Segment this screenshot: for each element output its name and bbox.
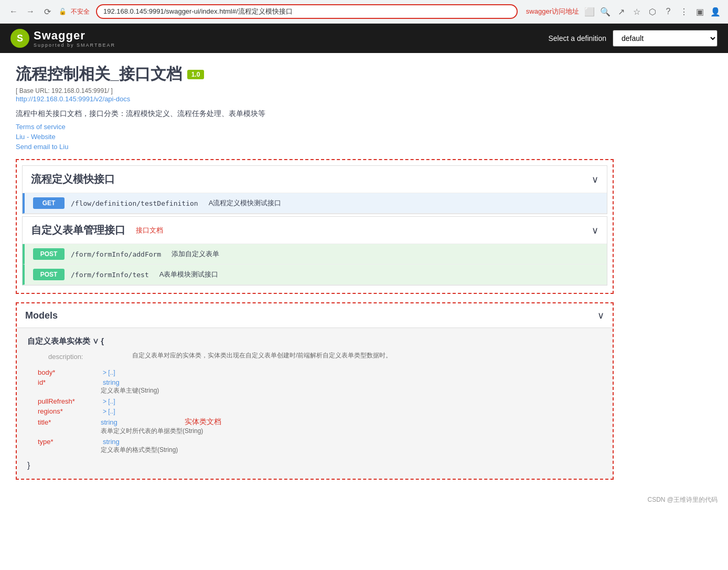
section1-chevron: ∨ — [592, 174, 598, 185]
api-description: 流程中相关接口文档，接口分类：流程模快定义、流程任务处理、表单模块等 — [16, 109, 614, 119]
field-id-main: id* string — [38, 378, 602, 386]
section2-title: 自定义表单管理接口 — [31, 223, 125, 237]
section2-chevron: ∨ — [592, 225, 598, 236]
models-title: Models — [25, 310, 58, 321]
not-secure-label: 🔓 — [59, 8, 67, 15]
profile-icon[interactable]: 👤 — [709, 5, 722, 18]
section1-header[interactable]: 流程定义模快接口 ∨ — [23, 166, 607, 193]
website-link[interactable]: Liu - Website — [16, 133, 614, 141]
entity-annotation: 实体类文档 — [185, 417, 221, 427]
definition-selector: Select a definition default — [548, 30, 718, 47]
field-type-main: type* string — [38, 438, 602, 446]
field-body: body* > [..] — [38, 368, 602, 376]
search-icon[interactable]: 🔍 — [599, 5, 612, 18]
field-regions-main: regions* > [..] — [38, 407, 602, 415]
swagger-logo-icon: S — [10, 29, 29, 48]
field-type-desc: 定义表单的格式类型(String) — [101, 446, 602, 455]
field-title-type: string — [101, 418, 143, 426]
swagger-logo: S Swagger Supported by SMARTBEAR — [10, 29, 115, 48]
email-link[interactable]: Send email to Liu — [16, 143, 614, 151]
bookmark-icon[interactable]: ☆ — [630, 5, 643, 18]
swagger-logo-text: Swagger Supported by SMARTBEAR — [34, 29, 115, 48]
field-body-name: body* — [38, 368, 101, 376]
field-regions-name: regions* — [38, 407, 101, 415]
settings-icon[interactable]: ⋮ — [678, 5, 690, 18]
entity-name-row: 自定义表单实体类 ∨ { — [27, 336, 602, 350]
browser-chrome: ← → ⟳ 🔓 不安全 swagger访问地址 ⬜ 🔍 ↗ ☆ ⬡ ? ⋮ ▣ … — [0, 0, 728, 24]
field-title-desc: 表单定义时所代表的单据类型(String) — [101, 427, 602, 436]
browser-icons: ⬜ 🔍 ↗ ☆ ⬡ ? ⋮ ▣ 👤 — [583, 5, 722, 18]
api-sections-wrapper: 流程定义模快接口 ∨ GET /flow/definition/testDefi… — [16, 159, 614, 294]
field-type-name: type* — [38, 438, 101, 446]
endpoint-path-1: /flow/definition/testDefinition — [71, 199, 198, 207]
model-entity: 自定义表单实体类 ∨ { description: 自定义表单对应的实体类，实体… — [27, 336, 602, 470]
share-icon[interactable]: ↗ — [615, 5, 627, 18]
models-body: 自定义表单实体类 ∨ { description: 自定义表单对应的实体类，实体… — [17, 328, 613, 479]
field-title: title* string 实体类文档 表单定义时所代表的单据类型(String… — [38, 417, 602, 436]
swagger-label: swagger访问地址 — [526, 7, 579, 16]
base-url: [ Base URL: 192.168.0.145:9991/ ] — [16, 87, 614, 94]
field-body-main: body* > [..] — [38, 368, 602, 376]
field-body-expand[interactable]: > [..] — [103, 369, 145, 376]
field-id: id* string 定义表单主键(String) — [38, 378, 602, 395]
section1-title: 流程定义模快接口 — [31, 172, 115, 186]
models-wrapper: Models ∨ 自定义表单实体类 ∨ { description: 自定义表单… — [16, 302, 614, 480]
field-pullrefresh-name: pullRefresh* — [38, 397, 101, 405]
models-section: Models ∨ 自定义表单实体类 ∨ { description: 自定义表单… — [17, 303, 613, 479]
swagger-logo-sub: Supported by SMARTBEAR — [34, 43, 115, 48]
field-regions-expand[interactable]: > [..] — [103, 408, 145, 415]
screenshot-icon[interactable]: ⬜ — [583, 5, 596, 18]
api-title-text: 流程控制相关_接口文档 — [16, 64, 182, 85]
model-close-bracket: } — [27, 461, 602, 470]
desc-text: 自定义表单对应的实体类，实体类出现在自定义表单创建时/前端解析自定义表单类型数据… — [132, 351, 394, 360]
field-id-desc: 定义表单主键(String) — [101, 386, 602, 395]
post-badge-2: POST — [33, 269, 65, 280]
field-title-name: title* — [38, 418, 101, 426]
api-title-block: 流程控制相关_接口文档 1.0 — [16, 64, 614, 85]
nav-buttons: ← → ⟳ — [6, 4, 55, 19]
field-pullrefresh: pullRefresh* > [..] — [38, 397, 602, 405]
endpoint-desc-2: 添加自定义表单 — [172, 249, 219, 259]
endpoint-path-3: /form/formInfo/test — [71, 271, 149, 279]
post-badge-1: POST — [33, 248, 65, 260]
field-type-type: string — [103, 438, 145, 446]
section2-annotation: 接口文档 — [136, 226, 163, 235]
not-secure-text: 不安全 — [71, 7, 90, 16]
main-content: 流程控制相关_接口文档 1.0 [ Base URL: 192.168.0.14… — [0, 53, 629, 490]
entity-name: 自定义表单实体类 ∨ { — [27, 336, 104, 346]
definition-label: Select a definition — [548, 34, 606, 43]
field-title-main: title* string 实体类文档 — [38, 417, 602, 427]
field-pullrefresh-expand[interactable]: > [..] — [103, 398, 145, 405]
endpoint-row-post-2[interactable]: POST /form/formInfo/test A表单模块测试接口 — [23, 265, 607, 285]
model-fields: body* > [..] id* string 定义表单主键(String) — [38, 368, 602, 455]
window-icon[interactable]: ▣ — [693, 5, 706, 18]
section2-header[interactable]: 自定义表单管理接口 接口文档 ∨ — [23, 217, 607, 244]
api-docs-link[interactable]: http://192.168.0.145:9991/v2/api-docs — [16, 95, 130, 103]
field-id-type: string — [103, 378, 145, 386]
desc-label: description: — [48, 353, 83, 361]
address-bar[interactable] — [96, 4, 518, 19]
definition-select[interactable]: default — [613, 30, 718, 47]
field-type: type* string 定义表单的格式类型(String) — [38, 438, 602, 455]
terms-link[interactable]: Terms of service — [16, 123, 614, 131]
endpoint-desc-3: A表单模块测试接口 — [159, 270, 219, 279]
watermark: CSDN @王维诗里的代码 — [0, 490, 728, 510]
api-section-1: 流程定义模快接口 ∨ GET /flow/definition/testDefi… — [22, 165, 607, 214]
endpoint-row-get[interactable]: GET /flow/definition/testDefinition A流程定… — [23, 193, 607, 214]
api-info: 流程控制相关_接口文档 1.0 [ Base URL: 192.168.0.14… — [16, 64, 614, 151]
version-badge: 1.0 — [187, 70, 205, 79]
back-button[interactable]: ← — [6, 4, 21, 19]
endpoint-row-post-1[interactable]: POST /form/formInfo/addForm 添加自定义表单 — [23, 244, 607, 265]
extension-icon[interactable]: ⬡ — [646, 5, 659, 18]
field-pullrefresh-main: pullRefresh* > [..] — [38, 397, 602, 405]
field-regions: regions* > [..] — [38, 407, 602, 415]
models-chevron: ∨ — [597, 310, 604, 321]
refresh-button[interactable]: ⟳ — [40, 4, 55, 19]
models-header[interactable]: Models ∨ — [17, 303, 613, 328]
field-id-name: id* — [38, 378, 101, 386]
api-section-2: 自定义表单管理接口 接口文档 ∨ POST /form/formInfo/add… — [22, 216, 607, 286]
help-icon[interactable]: ? — [662, 5, 675, 18]
forward-button[interactable]: → — [23, 4, 38, 19]
endpoint-path-2: /form/formInfo/addForm — [71, 250, 161, 258]
swagger-header: S Swagger Supported by SMARTBEAR Select … — [0, 24, 728, 53]
